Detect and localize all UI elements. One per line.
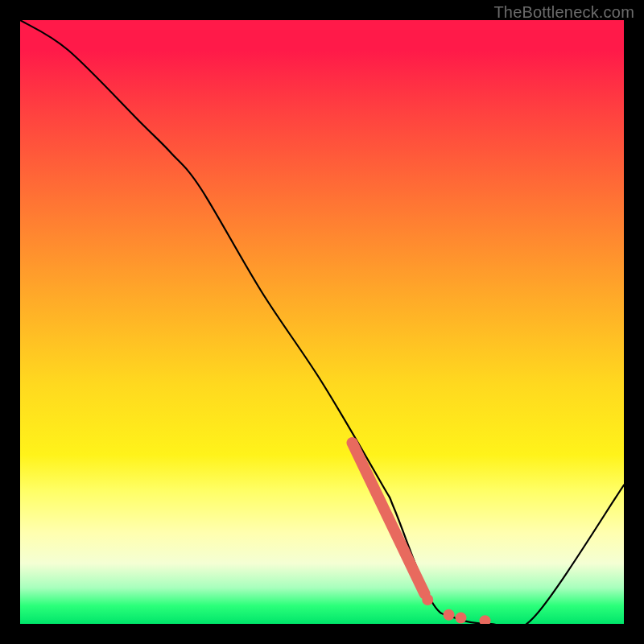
plot-area [20,20,624,624]
plot-svg [20,20,624,624]
highlight-dot [456,613,467,624]
watermark-text: TheBottleneck.com [493,3,634,22]
highlight-line [353,443,425,594]
highlight-dot [480,615,491,624]
curve-path [20,20,624,624]
highlight-dot [422,594,433,605]
highlight-dot [444,609,455,621]
chart-frame: TheBottleneck.com [0,0,644,644]
highlight-dots [422,594,490,624]
